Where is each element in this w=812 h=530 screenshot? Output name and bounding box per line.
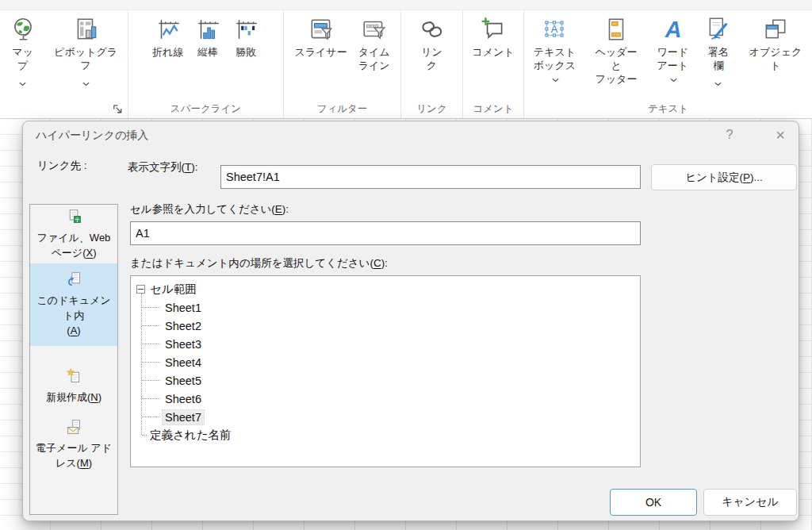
map-button[interactable]: マップ xyxy=(2,16,44,80)
ribbon-button-label: 縦棒 xyxy=(197,45,218,59)
chevron-down-icon[interactable] xyxy=(550,73,559,85)
insert-hyperlink-dialog: ハイパーリンクの挿入 ? × リンク先 : 表示文字列(T): ヒント設定(P)… xyxy=(22,121,799,521)
ribbon-group-label: テキスト xyxy=(648,102,688,116)
sidebar-item-new-document[interactable]: 新規作成(N) xyxy=(30,367,117,406)
sidebar-item-file-web[interactable]: ファイル、Web ページ(X) xyxy=(30,207,117,262)
sparkline-winloss-button[interactable]: 勝敗 xyxy=(227,16,265,59)
tree-rows: セル範囲Sheet1Sheet2Sheet3Sheet4Sheet5Sheet6… xyxy=(131,280,640,444)
ribbon-group: リン クリンク xyxy=(401,10,463,118)
cancel-button[interactable]: キャンセル xyxy=(703,489,797,516)
signature-icon xyxy=(705,16,732,45)
dialog-launcher-icon[interactable] xyxy=(112,103,124,115)
tree-item[interactable]: Sheet5 xyxy=(131,371,640,390)
sparkline-line-button[interactable]: 折れ線 xyxy=(147,16,189,59)
this-document-icon xyxy=(66,271,82,293)
link-icon xyxy=(419,16,446,45)
ribbon-button-label: ヘッダーと フッター xyxy=(591,45,642,86)
link-to-label: リンク先 : xyxy=(37,159,86,173)
timeline-button[interactable]: タイム ライン xyxy=(353,16,396,72)
object-icon xyxy=(762,16,789,45)
sidebar-item-email[interactable]: 電子メール アド レス(M) xyxy=(30,417,117,472)
slicer-button[interactable]: スライサー xyxy=(289,16,352,59)
tree-item-label: Sheet1 xyxy=(163,301,204,315)
pivot-chart-button[interactable]: ピボットグラフ xyxy=(44,16,128,80)
tree-item[interactable]: Sheet7 xyxy=(131,408,640,426)
sparkline-line-icon xyxy=(155,16,182,45)
sidebar-item-this-document[interactable]: このドキュメント内 (A) xyxy=(30,263,117,346)
comment-button[interactable]: コメント xyxy=(466,16,519,59)
tree-item-label: セル範囲 xyxy=(147,281,199,298)
timeline-icon xyxy=(361,16,388,45)
sidebar-item-label: このドキュメント内 (A) xyxy=(32,293,116,338)
ribbon: マップピボットグラフ折れ線縦棒勝敗スパークラインスライサータイム ラインフィルタ… xyxy=(0,0,812,119)
ribbon-group: マップピボットグラフ xyxy=(2,10,128,118)
display-text-input[interactable] xyxy=(220,165,641,189)
dialog-title: ハイパーリンクの挿入 xyxy=(36,129,148,143)
header-footer-button[interactable]: ヘッダーと フッター xyxy=(585,16,648,86)
document-place-tree: セル範囲Sheet1Sheet2Sheet3Sheet4Sheet5Sheet6… xyxy=(130,275,641,467)
email-icon xyxy=(66,419,82,440)
tree-item[interactable]: Sheet4 xyxy=(131,353,640,371)
ribbon-group: スライサータイム ラインフィルター xyxy=(284,10,401,118)
chevron-down-icon[interactable] xyxy=(82,75,90,80)
ribbon-group: 折れ線縦棒勝敗スパークライン xyxy=(128,10,284,118)
header-footer-icon xyxy=(603,16,630,45)
ribbon-button-label: タイム ライン xyxy=(358,45,390,72)
tree-expander-minus-icon[interactable] xyxy=(136,285,145,294)
ribbon-top-strip xyxy=(0,0,812,10)
sidebar-item-label: ファイル、Web ページ(X) xyxy=(37,230,111,260)
chevron-down-icon[interactable] xyxy=(668,73,677,85)
chevron-down-icon[interactable] xyxy=(19,75,26,80)
wordart-button[interactable]: ワード アート xyxy=(647,16,697,86)
wordart-icon xyxy=(659,16,686,45)
tree-item[interactable]: Sheet2 xyxy=(131,317,640,335)
ribbon-button-label: 折れ線 xyxy=(152,45,183,59)
screentip-button[interactable]: ヒント設定(P)... xyxy=(651,164,797,190)
ribbon-button-label: オブジェクト xyxy=(745,45,806,72)
tree-item[interactable]: Sheet1 xyxy=(131,298,640,317)
slicer-icon xyxy=(308,16,335,45)
ribbon-button-label: ワード アート xyxy=(653,45,691,86)
help-icon[interactable]: ? xyxy=(719,125,740,145)
ribbon-button-label: コメント xyxy=(472,45,514,59)
ribbon-button-label: ピボットグラフ xyxy=(49,45,122,72)
tree-item-label: Sheet3 xyxy=(163,337,204,351)
cell-reference-input[interactable] xyxy=(130,221,641,245)
signature-button[interactable]: 署名欄 xyxy=(698,16,739,80)
sidebar-item-label: 電子メール アド レス(M) xyxy=(36,440,112,470)
excel-window: マップピボットグラフ折れ線縦棒勝敗スパークラインスライサータイム ラインフィルタ… xyxy=(0,0,812,530)
ribbon-button-label: テキスト ボックス xyxy=(530,45,580,86)
new-document-icon xyxy=(66,368,82,390)
sidebar-item-label: 新規作成(N) xyxy=(46,390,102,405)
ribbon-button-label: スライサー xyxy=(294,45,347,59)
tree-item[interactable]: セル範囲 xyxy=(131,280,640,298)
cell-reference-label: セル参照を入力してください(E): xyxy=(130,202,289,217)
textbox-button[interactable]: テキスト ボックス xyxy=(524,16,585,86)
textbox-icon xyxy=(541,16,568,45)
ribbon-button-label: マップ xyxy=(7,45,38,72)
ribbon-group: テキスト ボックスヘッダーと フッターワード アート署名欄オブジェクトテキスト xyxy=(524,10,812,118)
tree-item[interactable]: Sheet3 xyxy=(131,335,640,353)
tree-item-label: Sheet2 xyxy=(163,319,204,333)
link-to-sidebar: ファイル、Web ページ(X)このドキュメント内 (A)新規作成(N)電子メール… xyxy=(29,204,118,515)
ribbon-button-label: 勝敗 xyxy=(236,45,256,59)
ribbon-group-label: リンク xyxy=(416,102,446,116)
link-button[interactable]: リン ク xyxy=(413,16,451,72)
close-icon[interactable]: × xyxy=(770,125,791,145)
chevron-down-icon[interactable] xyxy=(714,75,722,80)
ok-button[interactable]: OK xyxy=(610,489,697,516)
pivot-chart-icon xyxy=(72,16,99,45)
ribbon-group-label: フィルター xyxy=(317,102,368,116)
tree-item-label: Sheet7 xyxy=(163,410,204,424)
tree-item[interactable]: 定義された名前 xyxy=(131,426,640,444)
ribbon-group-label: スパークライン xyxy=(170,102,241,116)
ribbon-button-label: リン ク xyxy=(421,45,442,72)
object-button[interactable]: オブジェクト xyxy=(739,16,812,72)
comment-icon xyxy=(480,16,507,45)
ribbon-groups: マップピボットグラフ折れ線縦棒勝敗スパークラインスライサータイム ラインフィルタ… xyxy=(0,10,812,118)
sparkline-column-button[interactable]: 縦棒 xyxy=(189,16,227,59)
sparkline-winloss-icon xyxy=(232,16,259,45)
tree-item-label: 定義された名前 xyxy=(147,427,234,444)
tree-item[interactable]: Sheet6 xyxy=(131,390,640,408)
tree-item-label: Sheet5 xyxy=(163,374,204,388)
